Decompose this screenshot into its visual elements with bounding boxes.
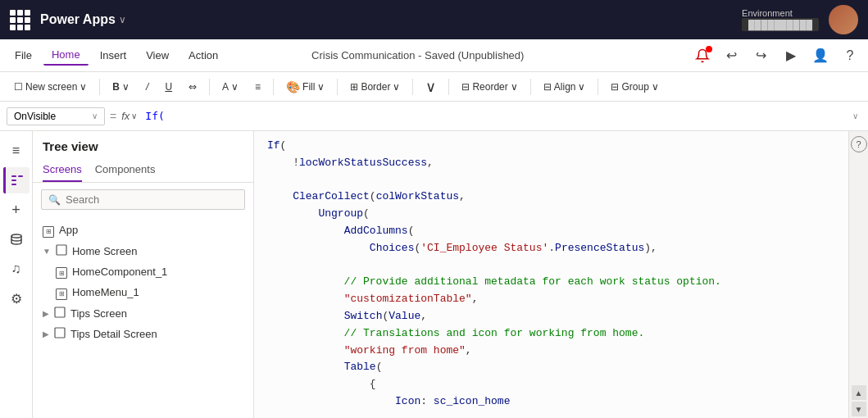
equals-sign: = bbox=[110, 110, 116, 123]
new-screen-label: New screen bbox=[25, 81, 77, 93]
data-icon[interactable] bbox=[3, 226, 30, 252]
tips-detail-screen-label: Tips Detail Screen bbox=[70, 328, 157, 340]
code-line-7: Choices('CI_Employee Status'.PresenceSta… bbox=[267, 240, 835, 257]
menu-insert[interactable]: Insert bbox=[92, 46, 135, 65]
help-icon[interactable]: ? bbox=[851, 136, 867, 152]
search-input[interactable] bbox=[66, 193, 238, 206]
svg-rect-2 bbox=[11, 184, 16, 185]
tree-item-home-screen[interactable]: ▼ Home Screen bbox=[33, 241, 253, 261]
align-items-label: Align bbox=[554, 81, 576, 93]
tree-panel: Tree view Screens Components 🔍 ⊞ App ▼ bbox=[33, 131, 254, 418]
env-container: Environment ██████████ bbox=[742, 8, 819, 31]
tree-item-tips-screen[interactable]: ▶ Tips Screen bbox=[33, 303, 253, 324]
expand-tips-detail-icon[interactable]: ▶ bbox=[43, 329, 49, 338]
code-line-16: Icon: sc_icon_home bbox=[267, 393, 835, 411]
align-items-button[interactable]: ⊟ Align ∨ bbox=[536, 78, 593, 96]
app-title: Power Apps bbox=[40, 12, 116, 27]
hamburger-icon[interactable]: ≡ bbox=[3, 138, 30, 164]
font-icon: A bbox=[222, 81, 229, 93]
fx-text: fx bbox=[121, 110, 130, 122]
screen-icon: ☐ bbox=[14, 81, 23, 93]
menu-right: ↩ ↪ ▶ 👤 ? bbox=[691, 44, 861, 67]
property-dropdown[interactable]: OnVisible ∨ bbox=[7, 107, 105, 125]
new-screen-button[interactable]: ☐ New screen ∨ bbox=[7, 78, 94, 96]
reorder-button[interactable]: ⊟ Reorder ∨ bbox=[454, 78, 525, 96]
bold-button[interactable]: B ∨ bbox=[105, 78, 137, 96]
code-line-2: !locWorkStatusSuccess, bbox=[267, 155, 835, 172]
settings-icon[interactable]: ⚙ bbox=[3, 285, 30, 311]
fill-button[interactable]: 🎨 Fill ∨ bbox=[279, 77, 332, 97]
notifications-icon[interactable] bbox=[691, 44, 714, 67]
tree-item-app[interactable]: ⊞ App bbox=[33, 220, 253, 241]
svg-rect-0 bbox=[11, 175, 16, 177]
code-line-11: Switch(Value, bbox=[267, 308, 835, 325]
avatar[interactable] bbox=[829, 5, 858, 34]
code-line-14: Table( bbox=[267, 359, 835, 376]
svg-rect-3 bbox=[18, 175, 23, 177]
font-button[interactable]: A ∨ bbox=[215, 78, 246, 96]
tree-title: Tree view bbox=[33, 131, 253, 158]
sidebar-icons: ≡ + ♫ ⚙ bbox=[0, 131, 33, 418]
tree-item-tips-detail-screen[interactable]: ▶ Tips Detail Screen bbox=[33, 324, 253, 344]
homecomponent1-label: HomeComponent_1 bbox=[72, 266, 167, 278]
underline-icon: U bbox=[165, 81, 172, 93]
tab-screens[interactable]: Screens bbox=[43, 158, 82, 182]
help-button[interactable]: ? bbox=[838, 44, 861, 67]
fx-label: fx ∨ bbox=[121, 110, 137, 122]
underline-button[interactable]: U bbox=[157, 78, 180, 96]
scroll-down-button[interactable]: ▼ bbox=[852, 402, 866, 416]
home-screen-icon bbox=[56, 244, 67, 258]
group-chevron: ∨ bbox=[652, 81, 659, 93]
menu-bar: File Home Insert View Action Crisis Comm… bbox=[0, 39, 868, 72]
tree-items: ⊞ App ▼ Home Screen ⊞ HomeComponent_1 bbox=[33, 216, 253, 418]
menu-home[interactable]: Home bbox=[43, 45, 89, 66]
undo-button[interactable]: ↩ bbox=[720, 44, 743, 67]
top-nav: Power Apps ∨ Environment ██████████ bbox=[0, 0, 868, 39]
group-button[interactable]: ⊟ Group ∨ bbox=[603, 78, 666, 96]
code-editor[interactable]: If( !locWorkStatusSuccess, ClearCollect(… bbox=[254, 131, 848, 418]
tree-item-homecomponent1[interactable]: ⊞ HomeComponent_1 bbox=[33, 261, 253, 283]
formula-expand-chevron[interactable]: ∨ bbox=[852, 111, 861, 120]
menu-file[interactable]: File bbox=[7, 46, 40, 65]
sep-7 bbox=[530, 79, 531, 95]
code-line-3 bbox=[267, 172, 835, 189]
property-chevron: ∨ bbox=[92, 111, 98, 120]
border-icon: ⊞ bbox=[350, 81, 358, 93]
menu-action[interactable]: Action bbox=[180, 46, 226, 65]
tree-item-homemenu1[interactable]: ⊞ HomeMenu_1 bbox=[33, 282, 253, 303]
svg-rect-1 bbox=[11, 179, 16, 181]
strikethrough-button[interactable]: ⇔ bbox=[181, 78, 204, 96]
waffle-icon[interactable] bbox=[10, 10, 30, 30]
homemenu1-icon: ⊞ bbox=[56, 285, 67, 300]
app-title-chevron[interactable]: ∨ bbox=[119, 14, 126, 25]
code-line-12: // Translations and icon for working fro… bbox=[267, 325, 835, 343]
align-button[interactable]: ≡ bbox=[248, 78, 268, 96]
svg-rect-6 bbox=[55, 307, 65, 317]
code-line-6: AddColumns( bbox=[267, 223, 835, 240]
tree-tabs: Screens Components bbox=[33, 158, 253, 183]
tips-screen-icon bbox=[54, 307, 66, 320]
code-line-5: Ungroup( bbox=[267, 206, 835, 223]
tab-components[interactable]: Components bbox=[95, 158, 156, 182]
search-box[interactable]: 🔍 bbox=[41, 189, 245, 210]
expand-tips-icon[interactable]: ▶ bbox=[43, 309, 49, 318]
toolbar: ☐ New screen ∨ B ∨ / U ⇔ A ∨ ≡ 🎨 Fill ∨ … bbox=[0, 72, 868, 102]
preview-button[interactable]: ▶ bbox=[779, 44, 802, 67]
italic-button[interactable]: / bbox=[139, 78, 156, 96]
dropdown-button[interactable]: ∨ bbox=[418, 75, 443, 99]
sep-3 bbox=[273, 79, 274, 95]
tips-screen-label: Tips Screen bbox=[70, 307, 127, 320]
expand-home-icon[interactable]: ▼ bbox=[43, 247, 51, 256]
menu-view[interactable]: View bbox=[138, 46, 177, 65]
font-chevron: ∨ bbox=[231, 81, 239, 93]
add-icon[interactable]: + bbox=[3, 197, 30, 223]
border-button[interactable]: ⊞ Border ∨ bbox=[343, 78, 407, 96]
treeview-icon[interactable] bbox=[3, 167, 30, 193]
redo-button[interactable]: ↪ bbox=[750, 44, 773, 67]
media-icon[interactable]: ♫ bbox=[3, 256, 30, 282]
formula-content[interactable]: If( bbox=[142, 108, 848, 124]
border-label: Border bbox=[361, 81, 390, 93]
share-button[interactable]: 👤 bbox=[809, 44, 832, 67]
sep-2 bbox=[209, 79, 210, 95]
scroll-up-button[interactable]: ▲ bbox=[852, 385, 866, 400]
